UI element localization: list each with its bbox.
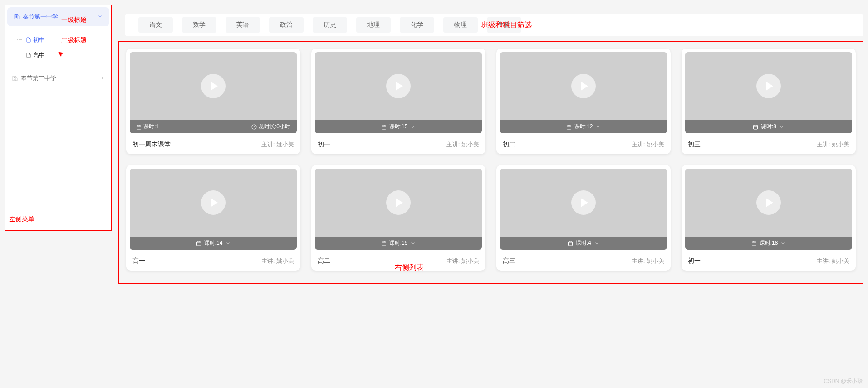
subject-filter-6[interactable]: 化学 bbox=[400, 17, 434, 33]
sidebar-sub-box: 初中 高中 bbox=[23, 29, 59, 66]
subject-filter-3[interactable]: 政治 bbox=[269, 17, 304, 33]
sidebar-item-label: 奉节第二中学 bbox=[21, 74, 56, 82]
subject-filter-5[interactable]: 地理 bbox=[356, 17, 391, 33]
chevron-down-icon bbox=[98, 14, 103, 20]
card-info-bar: 课时:12 bbox=[500, 120, 667, 133]
play-icon[interactable] bbox=[571, 190, 596, 215]
chevron-down-icon bbox=[780, 241, 786, 246]
card-title: 高二 bbox=[318, 257, 330, 265]
card-title: 高三 bbox=[503, 257, 515, 265]
card-info-bar: 课时:1总时长:0小时 bbox=[130, 120, 297, 133]
sidebar: 奉节第一中学 初中 高中 奉节第二中学 bbox=[5, 5, 112, 231]
svg-rect-19 bbox=[382, 125, 386, 129]
card-title: 初一 bbox=[688, 257, 701, 265]
card-teacher: 主讲: 姚小美 bbox=[446, 257, 479, 265]
play-icon[interactable] bbox=[756, 74, 781, 98]
card-thumbnail: 课时:14 bbox=[130, 169, 297, 250]
sidebar-item-school-1[interactable]: 奉节第一中学 bbox=[7, 7, 109, 26]
card-footer: 初一主讲: 姚小美 bbox=[682, 253, 856, 271]
subject-filter-2[interactable]: 英语 bbox=[226, 17, 260, 33]
chevron-down-icon bbox=[225, 241, 230, 246]
sidebar-item-junior[interactable]: 初中 bbox=[23, 32, 59, 48]
calendar-icon bbox=[136, 124, 142, 130]
card-footer: 初一周末课堂主讲: 姚小美 bbox=[126, 137, 300, 154]
subject-filter-4[interactable]: 历史 bbox=[313, 17, 347, 33]
card-footer: 初二主讲: 姚小美 bbox=[496, 137, 671, 154]
card-teacher: 主讲: 姚小美 bbox=[817, 141, 849, 149]
document-icon bbox=[26, 53, 31, 58]
chevron-down-icon bbox=[410, 241, 416, 246]
card-title: 初二 bbox=[503, 141, 515, 149]
subject-filter-0[interactable]: 语文 bbox=[138, 17, 173, 33]
sidebar-item-label: 奉节第一中学 bbox=[23, 13, 58, 21]
card-footer: 高三主讲: 姚小美 bbox=[496, 253, 671, 271]
chevron-down-icon bbox=[595, 124, 601, 130]
play-icon[interactable] bbox=[386, 74, 411, 98]
card-footer: 高一主讲: 姚小美 bbox=[126, 253, 300, 271]
card-thumbnail: 课时:1总时长:0小时 bbox=[130, 52, 297, 133]
thumbnail-image bbox=[130, 52, 297, 120]
subject-filter-7[interactable]: 物理 bbox=[443, 17, 478, 33]
thumbnail-image bbox=[500, 52, 667, 120]
sidebar-item-senior[interactable]: 高中 bbox=[23, 48, 59, 63]
card-teacher: 主讲: 姚小美 bbox=[817, 257, 849, 265]
card-grid: 课时:1总时长:0小时初一周末课堂主讲: 姚小美课时:15初一主讲: 姚小美课时… bbox=[126, 48, 856, 271]
svg-rect-43 bbox=[752, 242, 756, 246]
svg-rect-39 bbox=[568, 242, 572, 246]
card-info-bar: 课时:15 bbox=[315, 120, 482, 133]
play-icon[interactable] bbox=[386, 190, 411, 215]
course-card[interactable]: 课时:12初二主讲: 姚小美 bbox=[496, 48, 671, 154]
card-title: 初一 bbox=[318, 141, 330, 149]
course-card[interactable]: 课时:14高一主讲: 姚小美 bbox=[126, 165, 300, 271]
course-card[interactable]: 课时:15高二主讲: 姚小美 bbox=[311, 165, 485, 271]
card-title: 初一周末课堂 bbox=[132, 141, 171, 149]
lessons-text: 课时:18 bbox=[760, 239, 778, 247]
thumbnail-image bbox=[315, 169, 482, 237]
calendar-icon bbox=[568, 241, 573, 246]
card-title: 高一 bbox=[132, 257, 145, 265]
card-title: 初三 bbox=[688, 141, 701, 149]
subject-filter-8[interactable]: 生物 bbox=[487, 17, 521, 33]
course-card[interactable]: 课时:8初三主讲: 姚小美 bbox=[682, 48, 856, 154]
calendar-icon bbox=[381, 124, 387, 130]
svg-rect-27 bbox=[753, 125, 757, 129]
card-thumbnail: 课时:15 bbox=[315, 52, 482, 133]
play-icon[interactable] bbox=[756, 190, 781, 215]
building-icon bbox=[14, 14, 20, 20]
course-card[interactable]: 课时:4高三主讲: 姚小美 bbox=[496, 165, 671, 271]
calendar-icon bbox=[751, 241, 757, 246]
card-info-bar: 课时:18 bbox=[685, 237, 852, 250]
card-thumbnail: 课时:18 bbox=[685, 169, 852, 250]
card-thumbnail: 课时:4 bbox=[500, 169, 667, 250]
document-icon bbox=[26, 37, 31, 43]
course-card[interactable]: 课时:18初一主讲: 姚小美 bbox=[682, 165, 856, 271]
course-card[interactable]: 课时:15初一主讲: 姚小美 bbox=[311, 48, 485, 154]
card-footer: 高二主讲: 姚小美 bbox=[311, 253, 485, 271]
card-teacher: 主讲: 姚小美 bbox=[446, 141, 479, 149]
sidebar-sub-label: 高中 bbox=[33, 51, 45, 59]
course-card[interactable]: 课时:1总时长:0小时初一周末课堂主讲: 姚小美 bbox=[126, 48, 300, 154]
play-icon[interactable] bbox=[201, 190, 226, 215]
subject-filter-1[interactable]: 数学 bbox=[182, 17, 216, 33]
play-icon[interactable] bbox=[571, 74, 596, 98]
thumbnail-image bbox=[685, 52, 852, 120]
thumbnail-image bbox=[130, 169, 297, 237]
thumbnail-image bbox=[500, 169, 667, 237]
sidebar-sub-label: 初中 bbox=[33, 36, 45, 44]
play-icon[interactable] bbox=[201, 74, 226, 98]
calendar-icon bbox=[566, 124, 572, 130]
watermark: CSDN @禾小毅 bbox=[824, 378, 863, 385]
svg-rect-31 bbox=[196, 242, 201, 246]
card-thumbnail: 课时:8 bbox=[685, 52, 852, 133]
sidebar-item-school-2[interactable]: 奉节第二中学 bbox=[5, 69, 111, 88]
thumbnail-image bbox=[685, 169, 852, 237]
card-info-bar: 课时:4 bbox=[500, 237, 667, 250]
card-footer: 初三主讲: 姚小美 bbox=[682, 137, 856, 154]
chevron-right-icon bbox=[99, 75, 105, 82]
card-info-bar: 课时:15 bbox=[315, 237, 482, 250]
clock-icon bbox=[251, 124, 257, 130]
card-thumbnail: 课时:15 bbox=[315, 169, 482, 250]
calendar-icon bbox=[196, 241, 201, 246]
lessons-text: 课时:15 bbox=[389, 123, 408, 131]
card-thumbnail: 课时:12 bbox=[500, 52, 667, 133]
